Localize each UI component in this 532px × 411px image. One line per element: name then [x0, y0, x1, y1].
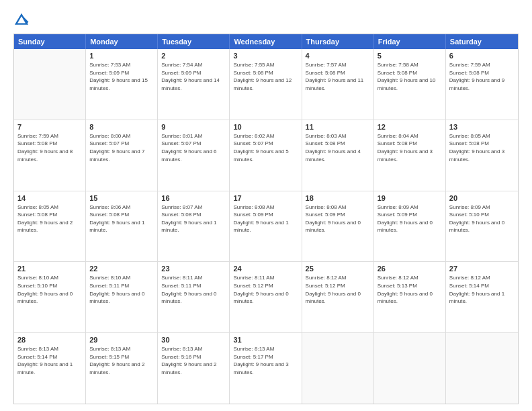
day-number: 7: [17, 123, 82, 131]
day-number: 6: [449, 52, 515, 60]
day-number: 9: [161, 123, 226, 131]
cell-sun-info: Sunrise: 8:03 AMSunset: 5:08 PMDaylight:…: [306, 132, 370, 163]
cell-sun-info: Sunrise: 8:09 AMSunset: 5:10 PMDaylight:…: [449, 203, 515, 234]
calendar-cell: 7Sunrise: 7:59 AMSunset: 5:08 PMDaylight…: [14, 120, 86, 191]
day-number: 14: [17, 194, 82, 202]
day-number: 22: [89, 265, 154, 273]
header-cell-thursday: Thursday: [302, 34, 374, 49]
calendar-cell: 13Sunrise: 8:05 AMSunset: 5:08 PMDayligh…: [446, 120, 518, 191]
cell-sun-info: Sunrise: 8:02 AMSunset: 5:07 PMDaylight:…: [233, 132, 298, 163]
day-number: 31: [233, 336, 298, 344]
day-number: 1: [89, 52, 154, 60]
calendar-cell: 5Sunrise: 7:58 AMSunset: 5:08 PMDaylight…: [374, 49, 446, 120]
day-number: 28: [17, 336, 82, 344]
logo-icon: [13, 12, 30, 28]
calendar-cell: 24Sunrise: 8:11 AMSunset: 5:12 PMDayligh…: [230, 262, 302, 332]
calendar-cell: 10Sunrise: 8:02 AMSunset: 5:07 PMDayligh…: [230, 120, 302, 191]
calendar-cell: 22Sunrise: 8:10 AMSunset: 5:11 PMDayligh…: [86, 262, 158, 332]
day-number: 2: [161, 52, 226, 60]
header-cell-monday: Monday: [86, 34, 158, 49]
calendar-cell: 4Sunrise: 7:57 AMSunset: 5:08 PMDaylight…: [302, 49, 374, 120]
calendar-cell: 12Sunrise: 8:04 AMSunset: 5:08 PMDayligh…: [374, 120, 446, 191]
cell-sun-info: Sunrise: 8:04 AMSunset: 5:08 PMDaylight:…: [378, 132, 442, 163]
cell-sun-info: Sunrise: 8:08 AMSunset: 5:09 PMDaylight:…: [233, 203, 298, 234]
day-number: 20: [449, 194, 515, 202]
cell-sun-info: Sunrise: 8:11 AMSunset: 5:12 PMDaylight:…: [233, 274, 298, 305]
calendar-body: 1Sunrise: 7:53 AMSunset: 5:09 PMDaylight…: [14, 49, 518, 404]
calendar-cell: 29Sunrise: 8:13 AMSunset: 5:15 PMDayligh…: [86, 333, 158, 404]
calendar-cell: 11Sunrise: 8:03 AMSunset: 5:08 PMDayligh…: [302, 120, 374, 191]
calendar-cell: 21Sunrise: 8:10 AMSunset: 5:10 PMDayligh…: [14, 262, 86, 332]
day-number: 23: [161, 265, 226, 273]
calendar-cell: [302, 333, 374, 404]
calendar-cell: 3Sunrise: 7:55 AMSunset: 5:08 PMDaylight…: [230, 49, 302, 120]
day-number: 12: [378, 123, 442, 131]
page: SundayMondayTuesdayWednesdayThursdayFrid…: [0, 0, 532, 411]
cell-sun-info: Sunrise: 7:53 AMSunset: 5:09 PMDaylight:…: [89, 61, 154, 92]
cell-sun-info: Sunrise: 8:10 AMSunset: 5:11 PMDaylight:…: [89, 274, 154, 305]
calendar-cell: 14Sunrise: 8:05 AMSunset: 5:08 PMDayligh…: [14, 191, 86, 262]
calendar-cell: 20Sunrise: 8:09 AMSunset: 5:10 PMDayligh…: [446, 191, 518, 262]
day-number: 4: [306, 52, 370, 60]
calendar-cell: 2Sunrise: 7:54 AMSunset: 5:09 PMDaylight…: [158, 49, 230, 120]
calendar-cell: 8Sunrise: 8:00 AMSunset: 5:07 PMDaylight…: [86, 120, 158, 191]
cell-sun-info: Sunrise: 8:05 AMSunset: 5:08 PMDaylight:…: [17, 203, 82, 234]
cell-sun-info: Sunrise: 7:55 AMSunset: 5:08 PMDaylight:…: [233, 61, 298, 92]
header-cell-wednesday: Wednesday: [230, 34, 302, 49]
cell-sun-info: Sunrise: 8:12 AMSunset: 5:13 PMDaylight:…: [378, 274, 442, 305]
logo: [13, 12, 31, 28]
calendar-cell: 9Sunrise: 8:01 AMSunset: 5:07 PMDaylight…: [158, 120, 230, 191]
cell-sun-info: Sunrise: 8:09 AMSunset: 5:09 PMDaylight:…: [378, 203, 442, 234]
day-number: 8: [89, 123, 154, 131]
header-cell-saturday: Saturday: [446, 34, 518, 49]
calendar-cell: [446, 333, 518, 404]
calendar-week-4: 21Sunrise: 8:10 AMSunset: 5:10 PMDayligh…: [14, 262, 518, 333]
cell-sun-info: Sunrise: 8:13 AMSunset: 5:17 PMDaylight:…: [233, 345, 298, 376]
cell-sun-info: Sunrise: 8:12 AMSunset: 5:14 PMDaylight:…: [449, 274, 515, 305]
calendar-week-3: 14Sunrise: 8:05 AMSunset: 5:08 PMDayligh…: [14, 191, 518, 263]
cell-sun-info: Sunrise: 8:06 AMSunset: 5:08 PMDaylight:…: [89, 203, 154, 234]
calendar-cell: 19Sunrise: 8:09 AMSunset: 5:09 PMDayligh…: [374, 191, 446, 262]
calendar-cell: 16Sunrise: 8:07 AMSunset: 5:08 PMDayligh…: [158, 191, 230, 262]
day-number: 5: [378, 52, 442, 60]
calendar-cell: 25Sunrise: 8:12 AMSunset: 5:12 PMDayligh…: [302, 262, 374, 332]
day-number: 18: [306, 194, 370, 202]
calendar-cell: [374, 333, 446, 404]
cell-sun-info: Sunrise: 8:08 AMSunset: 5:09 PMDaylight:…: [306, 203, 370, 234]
cell-sun-info: Sunrise: 8:12 AMSunset: 5:12 PMDaylight:…: [306, 274, 370, 305]
calendar-cell: 15Sunrise: 8:06 AMSunset: 5:08 PMDayligh…: [86, 191, 158, 262]
cell-sun-info: Sunrise: 7:54 AMSunset: 5:09 PMDaylight:…: [161, 61, 226, 92]
cell-sun-info: Sunrise: 8:13 AMSunset: 5:15 PMDaylight:…: [89, 345, 154, 376]
calendar-cell: 17Sunrise: 8:08 AMSunset: 5:09 PMDayligh…: [230, 191, 302, 262]
svg-marker-1: [21, 15, 28, 24]
cell-sun-info: Sunrise: 7:57 AMSunset: 5:08 PMDaylight:…: [306, 61, 370, 92]
calendar-cell: 31Sunrise: 8:13 AMSunset: 5:17 PMDayligh…: [230, 333, 302, 404]
calendar-cell: 26Sunrise: 8:12 AMSunset: 5:13 PMDayligh…: [374, 262, 446, 332]
day-number: 13: [449, 123, 515, 131]
calendar-week-2: 7Sunrise: 7:59 AMSunset: 5:08 PMDaylight…: [14, 120, 518, 191]
calendar-cell: 27Sunrise: 8:12 AMSunset: 5:14 PMDayligh…: [446, 262, 518, 332]
calendar-cell: 6Sunrise: 7:59 AMSunset: 5:08 PMDaylight…: [446, 49, 518, 120]
cell-sun-info: Sunrise: 8:07 AMSunset: 5:08 PMDaylight:…: [161, 203, 226, 234]
day-number: 17: [233, 194, 298, 202]
day-number: 19: [378, 194, 442, 202]
header-cell-tuesday: Tuesday: [158, 34, 230, 49]
day-number: 29: [89, 336, 154, 344]
cell-sun-info: Sunrise: 8:00 AMSunset: 5:07 PMDaylight:…: [89, 132, 154, 163]
calendar-cell: 18Sunrise: 8:08 AMSunset: 5:09 PMDayligh…: [302, 191, 374, 262]
header-cell-sunday: Sunday: [14, 34, 86, 49]
day-number: 15: [89, 194, 154, 202]
day-number: 24: [233, 265, 298, 273]
cell-sun-info: Sunrise: 8:01 AMSunset: 5:07 PMDaylight:…: [161, 132, 226, 163]
cell-sun-info: Sunrise: 7:59 AMSunset: 5:08 PMDaylight:…: [17, 132, 82, 163]
calendar-cell: 30Sunrise: 8:13 AMSunset: 5:16 PMDayligh…: [158, 333, 230, 404]
calendar-cell: 1Sunrise: 7:53 AMSunset: 5:09 PMDaylight…: [86, 49, 158, 120]
cell-sun-info: Sunrise: 7:59 AMSunset: 5:08 PMDaylight:…: [449, 61, 515, 92]
calendar-cell: 28Sunrise: 8:13 AMSunset: 5:14 PMDayligh…: [14, 333, 86, 404]
calendar: SundayMondayTuesdayWednesdayThursdayFrid…: [13, 34, 519, 404]
day-number: 30: [161, 336, 226, 344]
cell-sun-info: Sunrise: 7:58 AMSunset: 5:08 PMDaylight:…: [378, 61, 442, 92]
day-number: 16: [161, 194, 226, 202]
header: [13, 12, 519, 28]
day-number: 27: [449, 265, 515, 273]
